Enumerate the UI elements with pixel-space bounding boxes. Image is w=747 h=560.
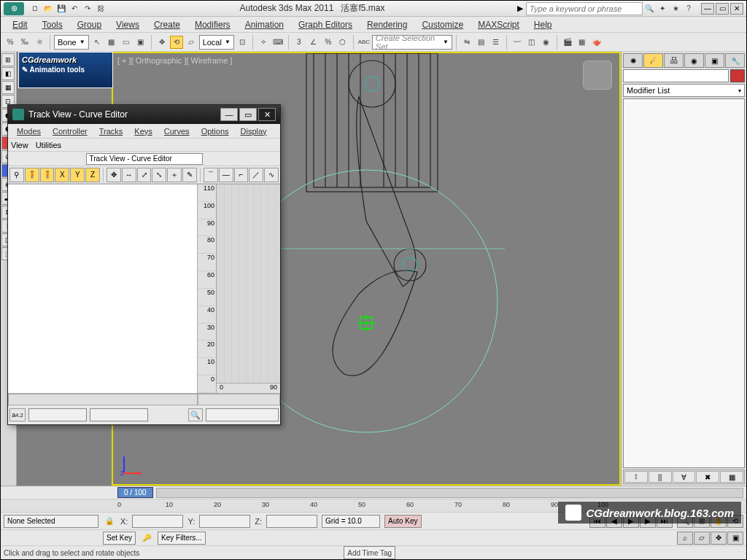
- max-toggle-icon[interactable]: ▣: [727, 532, 743, 545]
- new-icon[interactable]: 🗋: [28, 2, 42, 15]
- tv-menu-controller[interactable]: Controller: [47, 125, 93, 137]
- show-end-icon[interactable]: ||: [649, 471, 672, 483]
- tv-key-value[interactable]: [90, 408, 148, 421]
- keyboard-shortcut-icon[interactable]: ⌨: [271, 36, 285, 49]
- trackview-titlebar[interactable]: Track View - Curve Editor — ▭ ✕: [8, 105, 280, 124]
- menu-edit[interactable]: Edit: [5, 18, 35, 31]
- tools-icon[interactable]: ✦: [656, 2, 669, 15]
- tv-key-time[interactable]: [28, 408, 87, 421]
- window-crossing-icon[interactable]: ▣: [134, 36, 147, 49]
- percent-snap-icon[interactable]: %: [322, 36, 335, 49]
- star-icon[interactable]: ★: [669, 2, 682, 15]
- lock-icon[interactable]: 🔒: [103, 515, 116, 528]
- link-tool-icon[interactable]: %: [4, 36, 17, 49]
- tv-draw-icon[interactable]: ✎: [182, 168, 197, 182]
- select-icon[interactable]: ↖: [90, 36, 104, 49]
- undo-icon[interactable]: ↶: [68, 2, 81, 15]
- tv-maximize[interactable]: ▭: [239, 108, 257, 121]
- link-icon[interactable]: ⛓: [94, 2, 107, 15]
- trackview-window[interactable]: Track View - Curve Editor — ▭ ✕ Modes Co…: [7, 104, 281, 425]
- y-input[interactable]: [199, 515, 250, 528]
- tab-motion[interactable]: ◉: [684, 53, 704, 68]
- tv-hierarchy-tree[interactable]: [8, 184, 198, 393]
- tv-filter-icon[interactable]: ⚲: [9, 168, 24, 182]
- remove-mod-icon[interactable]: ✖: [696, 471, 719, 483]
- rotate-icon[interactable]: ⟲: [170, 36, 183, 49]
- menu-create[interactable]: Create: [147, 18, 187, 31]
- make-unique-icon[interactable]: ∀: [673, 471, 696, 483]
- menu-views[interactable]: Views: [109, 18, 147, 31]
- tv-graph-scroll[interactable]: [198, 394, 280, 405]
- open-icon[interactable]: 📂: [42, 2, 55, 15]
- render-setup-icon[interactable]: 🎬: [561, 36, 574, 49]
- render-frame-icon[interactable]: ▦: [576, 36, 589, 49]
- keyfilters-button[interactable]: Key Filters...: [158, 532, 206, 545]
- time-slider[interactable]: [156, 488, 743, 498]
- tv-menu-utilities[interactable]: Utilities: [36, 141, 61, 149]
- menu-tools[interactable]: Tools: [35, 18, 70, 31]
- add-time-tag[interactable]: Add Time Tag: [344, 546, 395, 559]
- menu-animation[interactable]: Animation: [238, 18, 291, 31]
- spinner-snap-icon[interactable]: ⬡: [336, 36, 349, 49]
- object-name-input[interactable]: [623, 69, 729, 82]
- align-icon[interactable]: ▤: [475, 36, 488, 49]
- pan2-icon[interactable]: ✥: [711, 532, 727, 545]
- tv-z-icon[interactable]: Z: [85, 168, 100, 182]
- tv-menu-display[interactable]: Display: [235, 125, 273, 137]
- x-input[interactable]: [132, 515, 183, 528]
- tv-scale-keys-icon[interactable]: ⤢: [137, 168, 152, 182]
- tv-tangent-auto-icon[interactable]: ⌒: [204, 168, 218, 182]
- tv-zoom-icon[interactable]: 🔍: [188, 408, 203, 421]
- app-icon[interactable]: ⊛: [4, 2, 24, 15]
- move-icon[interactable]: ✥: [155, 36, 169, 49]
- tv-world-icon[interactable]: 🧍: [25, 168, 39, 182]
- fov-icon[interactable]: ▱: [694, 532, 710, 545]
- unlink-tool-icon[interactable]: ‰: [18, 36, 31, 49]
- zoom-ext-icon[interactable]: ⌕: [677, 532, 693, 545]
- tv-nav-icon[interactable]: a4.2: [9, 408, 26, 421]
- tv-tangent-smooth-icon[interactable]: ∿: [264, 168, 279, 182]
- viewcube[interactable]: [583, 61, 612, 90]
- modifier-list-dropdown[interactable]: Modifier List▾: [623, 84, 745, 97]
- menu-maxscript[interactable]: MAXScript: [471, 18, 527, 31]
- tv-move-keys-icon[interactable]: ✥: [107, 168, 121, 182]
- play-icon[interactable]: ▶: [517, 4, 523, 13]
- tab-modify[interactable]: ☄: [643, 53, 663, 68]
- menu-group[interactable]: Group: [70, 18, 109, 31]
- pin-stack-icon[interactable]: ⟟: [624, 471, 648, 483]
- configure-icon[interactable]: ▦: [720, 471, 743, 483]
- select-region-icon[interactable]: ▭: [120, 36, 133, 49]
- autokey-button[interactable]: Auto Key: [384, 515, 422, 528]
- tv-add-key-icon[interactable]: ＋: [167, 168, 182, 182]
- binoculars-icon[interactable]: 🔍: [643, 2, 656, 15]
- help-icon[interactable]: ?: [682, 2, 695, 15]
- angle-snap-icon[interactable]: ∠: [307, 36, 320, 49]
- selection-filter-dropdown[interactable]: Bone▼: [54, 35, 89, 50]
- z-input[interactable]: [266, 515, 317, 528]
- maximize-button[interactable]: ▭: [716, 3, 729, 15]
- minimize-button[interactable]: —: [701, 3, 714, 15]
- menu-rendering[interactable]: Rendering: [360, 18, 414, 31]
- vt-3[interactable]: ▦: [1, 81, 15, 94]
- tv-x-icon[interactable]: X: [55, 168, 69, 182]
- tv-status-field[interactable]: [206, 408, 279, 421]
- save-icon[interactable]: 💾: [55, 2, 68, 15]
- tv-menu-curves[interactable]: Curves: [158, 125, 196, 137]
- tv-graph-area[interactable]: 110100 9080 7060 5040 3020 100 090: [198, 184, 280, 393]
- tab-display[interactable]: ▣: [705, 53, 724, 68]
- tv-menu-keys[interactable]: Keys: [128, 125, 158, 137]
- pivot-icon[interactable]: ⊡: [236, 36, 249, 49]
- select-name-icon[interactable]: ▦: [105, 36, 118, 49]
- tv-menu-modes[interactable]: Modes: [11, 125, 47, 137]
- tv-close[interactable]: ✕: [258, 108, 276, 121]
- render-icon[interactable]: 🫖: [590, 36, 603, 49]
- tab-utilities[interactable]: 🔧: [725, 53, 745, 68]
- tv-menu-options[interactable]: Options: [196, 125, 235, 137]
- frame-indicator[interactable]: 0 / 100: [117, 487, 153, 498]
- tv-tangent-lin-icon[interactable]: ／: [249, 168, 263, 182]
- vt-2[interactable]: ◧: [1, 67, 15, 80]
- bind-tool-icon[interactable]: ⚛: [33, 36, 46, 49]
- tv-y-icon[interactable]: Y: [70, 168, 85, 182]
- mirror-icon[interactable]: ⇋: [460, 36, 473, 49]
- tv-obj-icon[interactable]: 🧍: [40, 168, 55, 182]
